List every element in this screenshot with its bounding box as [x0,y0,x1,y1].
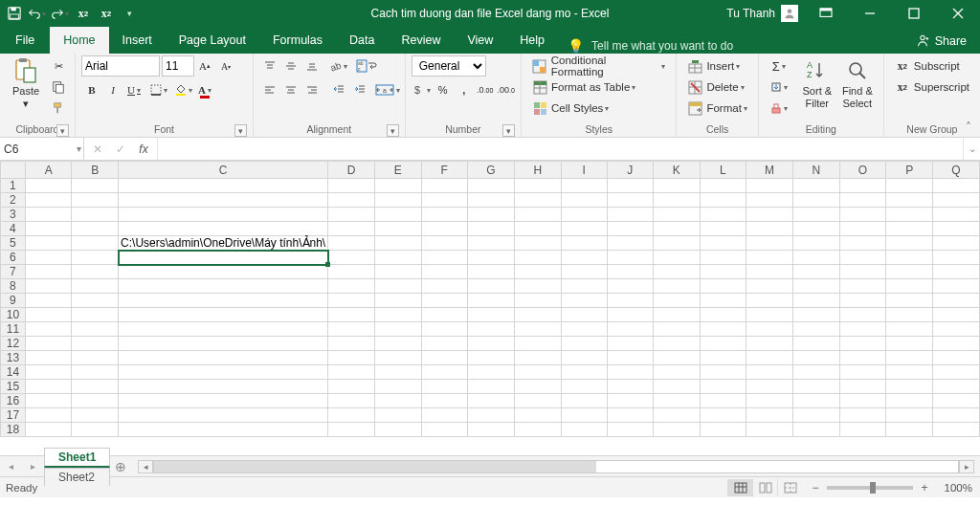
cell-L10[interactable] [700,308,746,322]
zoom-out-button[interactable]: − [808,481,823,494]
clipboard-launcher[interactable]: ▾ [56,124,69,137]
align-bottom-icon[interactable] [302,56,322,76]
cell-M14[interactable] [746,365,792,380]
cell-F15[interactable] [421,380,468,394]
cell-J14[interactable] [607,365,653,380]
cell-M12[interactable] [746,337,792,351]
tab-home[interactable]: Home [50,27,108,54]
cell-B5[interactable] [72,236,119,251]
cell-M16[interactable] [746,394,792,408]
cell-M13[interactable] [746,351,792,365]
cell-B4[interactable] [72,222,119,236]
cell-N17[interactable] [792,408,839,423]
row-header-3[interactable]: 3 [1,208,26,222]
cell-Q15[interactable] [933,380,980,394]
cell-A17[interactable] [25,408,72,423]
formula-input[interactable] [158,138,963,160]
cell-D13[interactable] [328,351,375,365]
cell-J6[interactable] [607,251,653,265]
cell-A15[interactable] [25,380,72,394]
cell-F2[interactable] [421,193,468,208]
cell-F16[interactable] [421,394,468,408]
cell-C18[interactable] [119,423,328,437]
cell-K4[interactable] [653,222,700,236]
percent-format-icon[interactable]: % [434,80,453,99]
cell-J5[interactable] [607,236,653,251]
save-icon[interactable] [4,3,25,24]
cell-H15[interactable] [514,380,561,394]
cell-H10[interactable] [514,308,561,322]
cell-J1[interactable] [607,179,653,193]
cell-K10[interactable] [653,308,700,322]
cell-E16[interactable] [374,394,421,408]
cell-J15[interactable] [607,380,653,394]
tab-help[interactable]: Help [506,27,558,54]
cell-J7[interactable] [607,265,653,279]
page-layout-view-icon[interactable] [752,479,777,496]
cell-O16[interactable] [839,394,886,408]
cell-D11[interactable] [328,322,375,337]
cell-G15[interactable] [468,380,515,394]
cancel-formula-icon[interactable]: ✕ [86,138,109,160]
cell-K7[interactable] [653,265,700,279]
col-header-N[interactable]: N [792,162,839,179]
format-painter-icon[interactable] [49,99,68,118]
cell-C3[interactable] [119,208,328,222]
cell-J12[interactable] [607,337,653,351]
col-header-J[interactable]: J [607,162,653,179]
undo-icon[interactable] [27,3,48,24]
cell-O7[interactable] [839,265,886,279]
cell-H13[interactable] [514,351,561,365]
copy-icon[interactable] [49,77,68,97]
cell-E7[interactable] [374,265,421,279]
cell-E13[interactable] [374,351,421,365]
cell-N2[interactable] [792,193,839,208]
comma-format-icon[interactable]: , [455,80,474,99]
cell-F6[interactable] [421,251,468,265]
cell-O2[interactable] [839,193,886,208]
cell-G18[interactable] [468,423,515,437]
cell-P7[interactable] [886,265,933,279]
format-cells-button[interactable]: Format [682,98,751,119]
cell-D16[interactable] [328,394,375,408]
cell-L8[interactable] [700,279,746,294]
cell-C17[interactable] [119,408,328,423]
cell-A2[interactable] [25,193,72,208]
row-header-14[interactable]: 14 [1,365,26,380]
cell-G14[interactable] [468,365,515,380]
cell-J11[interactable] [607,322,653,337]
row-header-18[interactable]: 18 [1,423,26,437]
cell-M7[interactable] [746,265,792,279]
border-button[interactable] [149,80,168,99]
cell-D5[interactable] [328,236,375,251]
cell-I15[interactable] [561,380,607,394]
cell-N6[interactable] [792,251,839,265]
close-button[interactable] [936,0,980,27]
align-middle-icon[interactable] [281,56,301,76]
cell-O10[interactable] [839,308,886,322]
cell-L14[interactable] [700,365,746,380]
cell-H14[interactable] [514,365,561,380]
cell-Q18[interactable] [933,423,980,437]
cell-A7[interactable] [25,265,72,279]
row-header-4[interactable]: 4 [1,222,26,236]
cell-B8[interactable] [72,279,119,294]
cell-E14[interactable] [374,365,421,380]
cell-G11[interactable] [468,322,515,337]
increase-indent-icon[interactable] [350,80,369,99]
cell-J3[interactable] [607,208,653,222]
zoom-in-button[interactable]: + [917,481,932,494]
tell-me-search[interactable]: 💡 Tell me what you want to do [558,38,743,54]
col-header-C[interactable]: C [119,162,328,179]
cell-E12[interactable] [374,337,421,351]
cell-Q10[interactable] [933,308,980,322]
cell-B13[interactable] [72,351,119,365]
normal-view-icon[interactable] [727,479,752,496]
cell-K16[interactable] [653,394,700,408]
increase-font-icon[interactable]: A▴ [195,56,214,76]
zoom-thumb[interactable] [870,482,876,494]
cell-G16[interactable] [468,394,515,408]
col-header-F[interactable]: F [421,162,468,179]
cell-B2[interactable] [72,193,119,208]
subscript-button[interactable]: x2Subscript [890,55,965,77]
